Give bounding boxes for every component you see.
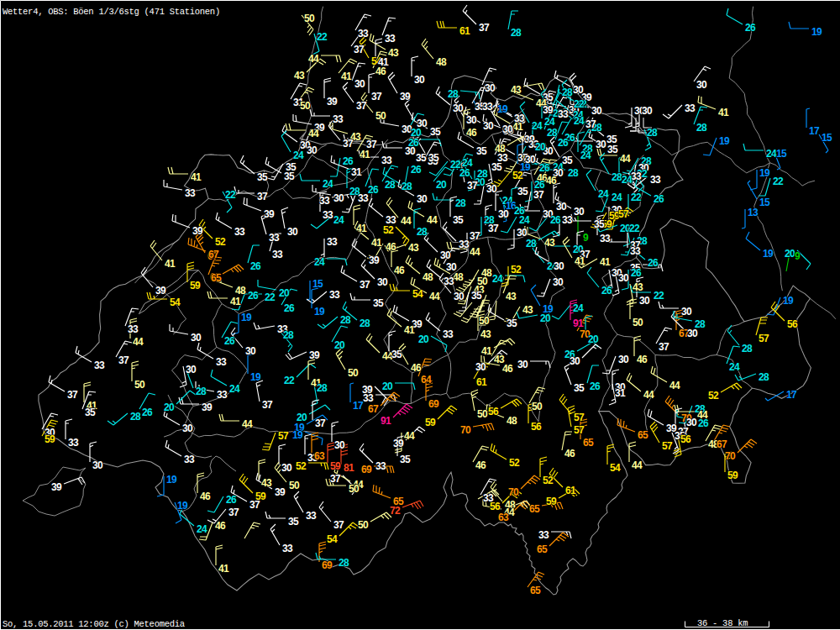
svg-text:37: 37 <box>360 279 370 291</box>
svg-text:69: 69 <box>361 464 372 475</box>
svg-text:52: 52 <box>708 390 719 402</box>
svg-text:26: 26 <box>343 155 354 167</box>
svg-text:28: 28 <box>385 179 396 191</box>
svg-text:28: 28 <box>455 197 466 209</box>
svg-text:37: 37 <box>330 473 341 485</box>
svg-text:50: 50 <box>477 408 488 420</box>
svg-text:24: 24 <box>612 192 622 203</box>
svg-text:15: 15 <box>312 278 323 290</box>
svg-text:22: 22 <box>574 98 585 110</box>
svg-text:24: 24 <box>197 523 207 535</box>
svg-text:35: 35 <box>453 214 464 226</box>
svg-text:39: 39 <box>192 225 203 237</box>
svg-text:44: 44 <box>669 380 680 391</box>
svg-text:24: 24 <box>532 120 543 132</box>
svg-text:56: 56 <box>531 421 542 433</box>
svg-text:48: 48 <box>507 415 517 427</box>
svg-text:61: 61 <box>565 485 576 496</box>
svg-text:37: 37 <box>467 180 478 192</box>
svg-text:15: 15 <box>759 197 770 208</box>
svg-text:33: 33 <box>68 437 79 449</box>
svg-text:52: 52 <box>512 170 523 181</box>
svg-text:65: 65 <box>529 503 540 515</box>
svg-text:17: 17 <box>786 389 797 401</box>
svg-text:41: 41 <box>371 237 382 249</box>
svg-text:46: 46 <box>375 66 386 77</box>
svg-text:26: 26 <box>648 257 659 269</box>
svg-text:35: 35 <box>507 318 517 329</box>
svg-text:70: 70 <box>725 450 736 462</box>
svg-text:30: 30 <box>354 78 365 90</box>
svg-text:26: 26 <box>698 417 709 429</box>
svg-text:57: 57 <box>759 333 769 344</box>
svg-text:91: 91 <box>573 318 584 329</box>
svg-text:37: 37 <box>659 341 669 353</box>
svg-text:56: 56 <box>680 433 691 445</box>
svg-text:33: 33 <box>185 187 196 199</box>
svg-text:30: 30 <box>574 206 585 218</box>
svg-text:30: 30 <box>681 306 692 318</box>
svg-text:30: 30 <box>475 361 486 373</box>
svg-text:33: 33 <box>375 460 386 472</box>
svg-text:13: 13 <box>748 207 759 218</box>
svg-text:65: 65 <box>530 585 541 596</box>
svg-text:35: 35 <box>428 152 439 164</box>
svg-text:30: 30 <box>639 295 650 307</box>
svg-text:30: 30 <box>554 260 564 272</box>
svg-text:30: 30 <box>414 74 425 86</box>
svg-text:46: 46 <box>546 175 557 186</box>
svg-text:41: 41 <box>341 71 352 82</box>
svg-text:30: 30 <box>333 192 344 204</box>
svg-text:43: 43 <box>294 70 305 81</box>
svg-text:37: 37 <box>333 519 344 531</box>
svg-text:50: 50 <box>304 13 315 24</box>
svg-text:33: 33 <box>562 214 573 226</box>
svg-text:33: 33 <box>306 510 317 522</box>
svg-text:22: 22 <box>265 291 276 303</box>
svg-text:67: 67 <box>717 438 727 450</box>
svg-text:59: 59 <box>190 280 201 291</box>
svg-text:48: 48 <box>423 271 433 283</box>
svg-text:37: 37 <box>249 499 260 511</box>
svg-text:24: 24 <box>598 188 609 200</box>
svg-text:33: 33 <box>272 249 283 260</box>
svg-text:69: 69 <box>428 398 439 410</box>
svg-text:35: 35 <box>391 349 402 360</box>
svg-text:19: 19 <box>783 295 794 307</box>
svg-text:30: 30 <box>553 276 564 288</box>
svg-text:44: 44 <box>470 246 480 258</box>
svg-text:65: 65 <box>537 543 548 555</box>
svg-text:35: 35 <box>471 290 482 302</box>
svg-text:41: 41 <box>165 258 176 270</box>
svg-text:61: 61 <box>476 376 487 388</box>
svg-text:24: 24 <box>333 214 344 226</box>
svg-text:22: 22 <box>225 189 236 201</box>
svg-text:20: 20 <box>436 179 447 191</box>
svg-text:44: 44 <box>404 430 415 442</box>
svg-text:67: 67 <box>208 249 219 260</box>
svg-text:37: 37 <box>371 91 382 102</box>
svg-text:30: 30 <box>483 120 494 132</box>
svg-text:17: 17 <box>809 125 820 137</box>
svg-text:54: 54 <box>412 288 423 300</box>
svg-text:50: 50 <box>358 519 369 531</box>
svg-text:24: 24 <box>574 115 585 127</box>
svg-text:26: 26 <box>142 407 153 418</box>
svg-text:50: 50 <box>289 480 300 491</box>
svg-text:30: 30 <box>498 208 509 220</box>
svg-text:39: 39 <box>264 208 275 220</box>
svg-text:26: 26 <box>248 290 259 302</box>
svg-text:35: 35 <box>607 144 618 155</box>
svg-text:59: 59 <box>546 496 557 507</box>
svg-text:19: 19 <box>166 474 177 486</box>
svg-text:50: 50 <box>300 100 311 112</box>
svg-text:28: 28 <box>402 181 412 192</box>
svg-text:56: 56 <box>488 406 499 417</box>
svg-text:28: 28 <box>742 343 753 354</box>
svg-text:30: 30 <box>591 105 602 117</box>
svg-text:33: 33 <box>269 232 280 244</box>
svg-text:67: 67 <box>368 403 379 415</box>
svg-text:24: 24 <box>229 383 240 395</box>
svg-text:48: 48 <box>235 285 246 297</box>
svg-text:35: 35 <box>594 218 605 230</box>
